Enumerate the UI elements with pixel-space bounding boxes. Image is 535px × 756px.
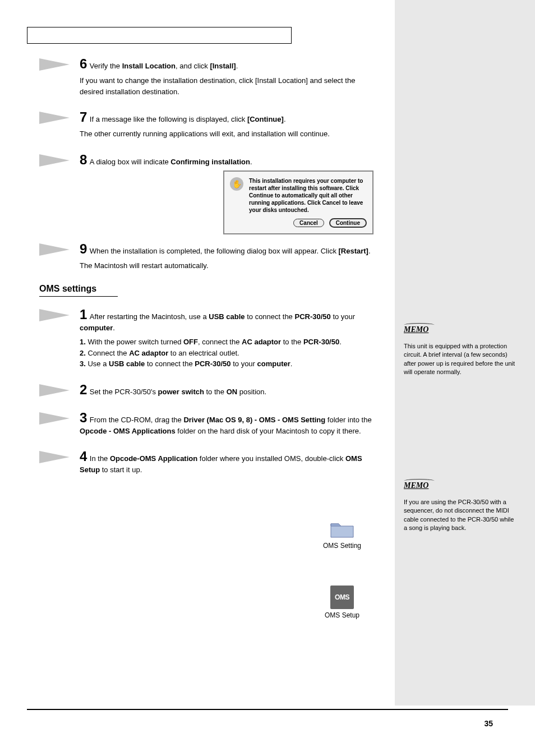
text: to your [231, 359, 257, 368]
step-number: 4 [80, 449, 87, 464]
step-9: 9 When the installation is completed, th… [39, 241, 376, 271]
text: When the installation is completed, the … [90, 247, 339, 255]
svg-marker-6 [39, 412, 70, 425]
memo-note-2: If you are using the PCR-30/50 with a se… [404, 498, 516, 533]
memo-label: MEMO [404, 481, 428, 490]
step-oms-1: 1 After restarting the Macintosh, use a … [39, 307, 376, 370]
step-description: If you want to change the installation d… [80, 75, 376, 97]
step-arrow-icon [39, 242, 70, 257]
step-oms-3: 3 From the CD-ROM, drag the Driver (Mac … [39, 410, 376, 437]
text: folder where you installed OMS, double-c… [197, 454, 345, 463]
text: to an electrical outlet. [168, 349, 239, 357]
text: , and click [176, 62, 210, 70]
step-7: 7 If a message like the following is dis… [39, 109, 376, 140]
folder-icon [329, 518, 356, 540]
svg-marker-4 [39, 309, 70, 321]
step-description: The other currently running applications… [80, 128, 376, 140]
text-bold: USB cable [209, 312, 245, 321]
text: . [290, 359, 293, 368]
step-oms-4: 4 In the Opcode-OMS Application folder w… [39, 449, 376, 476]
text-bold: Confirming installation [170, 158, 250, 166]
footer-rule [27, 709, 508, 710]
text: From the CD-ROM, drag the [90, 416, 184, 424]
svg-marker-1 [39, 112, 70, 124]
text: Set the PCR-30/50's [90, 388, 158, 396]
text: In the [90, 454, 110, 463]
text: . [368, 247, 371, 255]
oms-setup-label: OMS Setup [314, 611, 370, 619]
step-arrow-icon [39, 308, 70, 322]
svg-marker-7 [39, 451, 70, 463]
cancel-button[interactable]: Cancel [293, 219, 324, 227]
svg-marker-0 [39, 58, 70, 71]
text-bold: AC adaptor [129, 349, 168, 357]
text-bold: USB cable [109, 359, 145, 368]
text-bold: computer [80, 324, 113, 332]
text: . [339, 338, 342, 346]
text: to your [331, 312, 355, 321]
memo-label: MEMO [404, 325, 428, 334]
step-arrow-icon [39, 383, 70, 398]
oms-setting-folder: OMS Setting [314, 518, 370, 550]
text-bold: computer [257, 359, 290, 368]
step-number: 8 [80, 152, 87, 167]
text: position. [237, 388, 266, 396]
memo-icon: MEMO [404, 481, 435, 495]
main-column: 6 Verify the Install Location, and click… [39, 56, 376, 180]
text: If a message like the following is displ… [90, 115, 247, 123]
text: . [284, 115, 286, 123]
svg-marker-2 [39, 154, 70, 167]
text: . [250, 158, 252, 166]
step-number: 7 [80, 109, 87, 125]
text-bold: AC adaptor [242, 338, 281, 346]
text-bold: [Restart] [339, 247, 368, 255]
step-6: 6 Verify the Install Location, and click… [39, 56, 376, 97]
step-number: 2 [80, 382, 87, 397]
text: Verify the [90, 62, 122, 70]
text-bold: [Continue] [247, 115, 284, 123]
section-heading-oms-settings: OMS settings [39, 284, 118, 297]
step-arrow-icon [39, 450, 70, 464]
text: A dialog box will indicate [90, 158, 171, 166]
text: Use a [87, 359, 109, 368]
svg-marker-3 [39, 243, 70, 256]
page-number: 35 [484, 719, 493, 728]
text-bold: Opcode-OMS Application [110, 454, 197, 463]
continue-button[interactable]: Continue [329, 218, 367, 228]
stop-hand-icon: ✋ [230, 177, 243, 191]
text-bold: Install Location [122, 62, 176, 70]
header-placeholder-box [27, 27, 292, 44]
text-bold: ON [227, 388, 238, 396]
step-number: 6 [80, 56, 87, 71]
text-bold: PCR-30/50 [195, 359, 230, 368]
text: to connect the [245, 312, 295, 321]
text: folder on the hard disk of your Macintos… [176, 427, 361, 435]
text-bold: Opcode - OMS Applications [80, 427, 176, 435]
oms-app-icon: OMS [330, 586, 354, 609]
text: . [113, 324, 115, 332]
text: to the [281, 338, 303, 346]
step-arrow-icon [39, 411, 70, 426]
step-number: 9 [80, 241, 87, 256]
text: to start it up. [100, 465, 142, 474]
text: to the [204, 388, 227, 396]
svg-marker-5 [39, 384, 70, 397]
text-bold: OFF [183, 338, 198, 346]
step-description: The Macintosh will restart automatically… [80, 260, 376, 271]
text: With the power switch turned [87, 338, 183, 346]
oms-setup-app: OMS OMS Setup [314, 586, 370, 619]
folder-label: OMS Setting [314, 542, 370, 550]
step-arrow-icon [39, 153, 70, 168]
text-bold: PCR-30/50 [294, 312, 330, 321]
step-arrow-icon [39, 110, 70, 125]
memo-note-1: This unit is equipped with a protection … [404, 342, 516, 377]
step-oms-2: 2 Set the PCR-30/50's power switch to th… [39, 382, 376, 398]
text: . [236, 62, 238, 70]
text: , connect the [198, 338, 242, 346]
memo-icon: MEMO [404, 325, 435, 339]
step-8: 8 A dialog box will indicate Confirming … [39, 152, 376, 168]
install-dialog-screenshot: ✋ This installation requires your comput… [223, 170, 373, 234]
text-bold: power switch [158, 388, 204, 396]
step-number: 1 [80, 307, 87, 322]
text: After restarting the Macintosh, use a [90, 312, 209, 321]
